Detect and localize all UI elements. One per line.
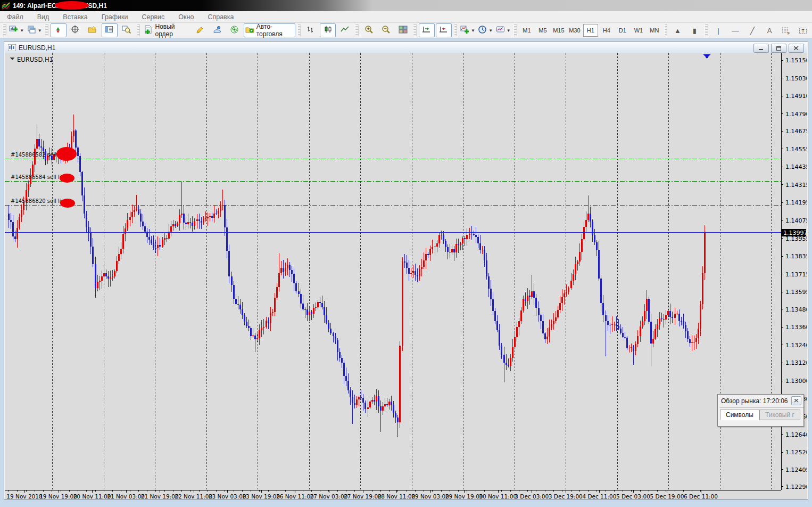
- chart-minimize-button[interactable]: [753, 44, 769, 53]
- candle-body: [125, 228, 126, 234]
- candle-body: [477, 237, 479, 243]
- timeframe-d1-button[interactable]: D1: [615, 24, 630, 37]
- vertical-line-tool-button[interactable]: |: [710, 23, 726, 37]
- candle-body: [181, 214, 183, 215]
- app-titlebar[interactable]: 149 : Alpari-ECN1 - EURUSD,H1: [0, 0, 812, 11]
- tab-symbols[interactable]: Символы: [720, 410, 759, 420]
- price-axis-label: 1.14075: [785, 217, 807, 224]
- bar-chart-button[interactable]: [303, 23, 319, 37]
- candle-body: [270, 313, 271, 323]
- rectangle-tool-button[interactable]: ▮: [686, 23, 702, 37]
- menu-item-1[interactable]: Вид: [30, 12, 56, 22]
- trend-line-tool-button[interactable]: ╱: [744, 23, 760, 37]
- line-chart-button[interactable]: [337, 23, 353, 37]
- candle-body: [529, 296, 531, 297]
- periods-button[interactable]: ▼: [477, 23, 494, 37]
- autotrade-button[interactable]: Авто-торговля: [244, 23, 295, 37]
- candle-body: [360, 397, 362, 398]
- strategy-tester-button[interactable]: [119, 23, 135, 37]
- timeframe-w1-button[interactable]: W1: [631, 24, 646, 37]
- candle-body: [75, 130, 77, 148]
- auto-scroll-button[interactable]: [419, 23, 435, 37]
- candle-body: [189, 222, 191, 223]
- horizontal-line-tool-button[interactable]: —: [727, 23, 743, 37]
- navigator-button[interactable]: [85, 23, 101, 37]
- chart-close-button[interactable]: [789, 44, 804, 53]
- menu-item-2[interactable]: Вставка: [56, 12, 94, 22]
- price-chart[interactable]: 1.151501.150301.149101.147901.146751.145…: [5, 53, 807, 499]
- menu-item-6[interactable]: Справка: [201, 12, 241, 22]
- zoom-in-button[interactable]: [361, 23, 377, 37]
- candle-body: [605, 315, 607, 321]
- app-logo-icon: [2, 2, 10, 10]
- signal-green-icon: [230, 25, 239, 36]
- time-axis-label: 23 Nov 19:00: [242, 493, 280, 499]
- candle-body: [172, 224, 174, 226]
- candle-body: [142, 222, 144, 227]
- signals-button[interactable]: [227, 23, 243, 37]
- timeframe-m30-button[interactable]: M30: [567, 24, 582, 37]
- chart-restore-button[interactable]: [771, 44, 786, 53]
- candle-body: [657, 324, 658, 330]
- chart-shift-button[interactable]: [436, 23, 452, 37]
- fibonacci-tool-button[interactable]: F: [778, 23, 794, 37]
- metaeditor-button[interactable]: [193, 23, 209, 37]
- indicators-button[interactable]: ▼: [459, 23, 476, 37]
- new-chart-button[interactable]: ▼: [9, 23, 25, 37]
- experts-button[interactable]: [210, 23, 226, 37]
- chart-window-titlebar[interactable]: EURUSD,H1: [5, 42, 807, 54]
- menu-item-3[interactable]: Графики: [95, 12, 135, 22]
- templates-button[interactable]: ▼: [495, 23, 511, 37]
- candle-body: [218, 211, 219, 214]
- tab-tick-chart[interactable]: Тиковый г: [759, 410, 800, 420]
- price-axis-label: 1.14790: [785, 111, 807, 118]
- folder-star-icon: [88, 25, 97, 36]
- chart-window: EURUSD,H1 1.151501.150301.149101.147901.…: [4, 41, 808, 500]
- toolbar-separator: [705, 24, 708, 36]
- candle-body: [216, 214, 217, 214]
- candle-body: [386, 404, 388, 405]
- candle-body: [84, 195, 85, 214]
- time-axis-label: 6 Dec 11:00: [684, 493, 718, 499]
- time-axis-label: 3 Dec 19:00: [549, 493, 583, 499]
- market-watch-button[interactable]: [51, 23, 67, 37]
- linechart-icon: [341, 25, 350, 36]
- label-tool-button[interactable]: T: [796, 23, 811, 37]
- candle-body: [116, 261, 118, 272]
- candle-body: [568, 288, 569, 291]
- menu-item-4[interactable]: Сервис: [135, 12, 172, 22]
- timeframe-h4-button[interactable]: H4: [599, 24, 614, 37]
- profiles-button[interactable]: ▼: [26, 23, 43, 37]
- candle-body: [213, 214, 215, 218]
- candle-body: [518, 321, 520, 328]
- terminal-button[interactable]: [102, 23, 118, 37]
- candle-body: [492, 299, 494, 311]
- data-window-button[interactable]: [68, 23, 84, 37]
- timeframe-h1-button[interactable]: H1: [583, 24, 598, 37]
- timeframe-m5-button[interactable]: M5: [535, 24, 550, 37]
- menu-item-0[interactable]: Файл: [0, 12, 30, 22]
- zoom-out-button[interactable]: [378, 23, 394, 37]
- candle-body: [436, 243, 438, 247]
- candle-body: [309, 312, 310, 315]
- candle-body: [490, 289, 492, 299]
- tile-windows-button[interactable]: [395, 23, 411, 37]
- menu-item-5[interactable]: Окно: [171, 12, 201, 22]
- candle-body: [112, 276, 113, 277]
- candle-body: [451, 249, 453, 252]
- candle-body: [222, 205, 223, 206]
- candlestick-chart-button[interactable]: [320, 23, 336, 37]
- arrow-tool-button[interactable]: ▲: [669, 23, 685, 37]
- candle-body: [585, 220, 587, 227]
- candle-body: [538, 308, 540, 315]
- candle-body: [704, 232, 706, 273]
- text-tool-button[interactable]: A: [761, 23, 777, 37]
- timeframe-mn-button[interactable]: MN: [647, 24, 662, 37]
- timeframe-m15-button[interactable]: M15: [551, 24, 566, 37]
- candle-body: [341, 358, 343, 363]
- candle-body: [579, 252, 581, 261]
- new-order-button[interactable]: Новый ордер: [142, 23, 191, 37]
- timeframe-m1-button[interactable]: M1: [519, 24, 534, 37]
- market-watch-close-icon[interactable]: [791, 396, 801, 405]
- candle-body: [198, 219, 200, 221]
